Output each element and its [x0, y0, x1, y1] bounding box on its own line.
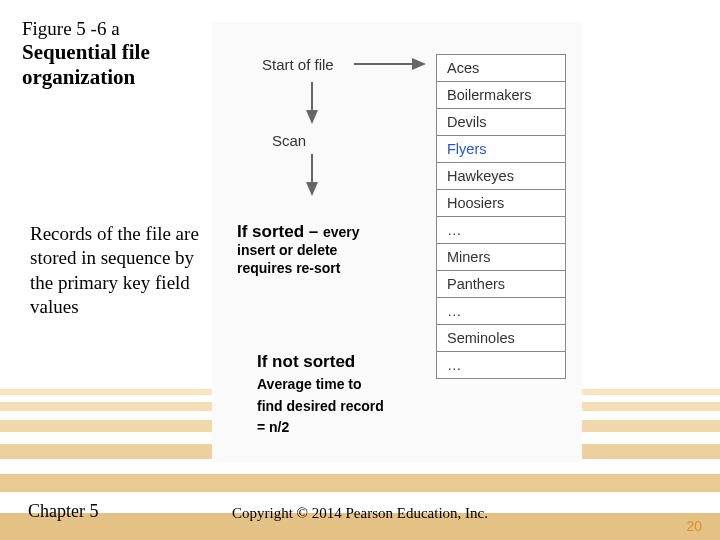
record-row: Boilermakers — [437, 82, 565, 109]
figure-title-line1: Sequential file — [22, 40, 212, 65]
if-not-sorted-heading: If not sorted — [257, 352, 417, 372]
copyright-text: Copyright © 2014 Pearson Education, Inc. — [0, 505, 720, 522]
if-sorted-heading: If sorted – every — [237, 222, 407, 242]
record-row: Panthers — [437, 271, 565, 298]
page-number: 20 — [686, 518, 702, 534]
figure-label: Figure 5 -6 a — [22, 18, 212, 40]
record-row: Miners — [437, 244, 565, 271]
record-row: Devils — [437, 109, 565, 136]
record-row: Seminoles — [437, 325, 565, 352]
if-not-sorted-block: If not sorted Average time to find desir… — [257, 352, 417, 437]
figure-header: Figure 5 -6 a Sequential file organizati… — [22, 18, 212, 90]
if-sorted-sub2: requires re-sort — [237, 260, 407, 278]
if-not-sorted-sub1: Average time to — [257, 376, 417, 394]
record-row: Hoosiers — [437, 190, 565, 217]
record-row: … — [437, 298, 565, 325]
if-sorted-sub1: insert or delete — [237, 242, 407, 260]
record-row: … — [437, 217, 565, 244]
if-sorted-text: If sorted – — [237, 222, 323, 241]
if-sorted-block: If sorted – every insert or delete requi… — [237, 222, 407, 277]
figure-title-line2: organization — [22, 65, 212, 90]
record-row: Aces — [437, 55, 565, 82]
record-row: Flyers — [437, 136, 565, 163]
if-not-sorted-sub2: find desired record — [257, 398, 417, 416]
if-sorted-cont: every — [323, 224, 360, 240]
records-table: AcesBoilermakersDevilsFlyersHawkeyesHoos… — [436, 54, 566, 379]
record-row: … — [437, 352, 565, 378]
if-not-sorted-sub3: = n/2 — [257, 419, 417, 437]
records-description: Records of the file are stored in sequen… — [30, 222, 210, 319]
record-row: Hawkeyes — [437, 163, 565, 190]
